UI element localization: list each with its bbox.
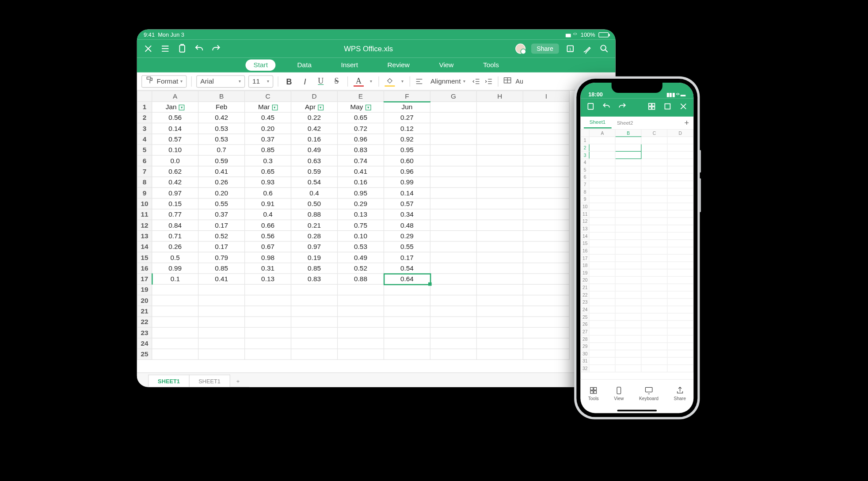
phone-cell[interactable] [590, 321, 616, 328]
phone-cell[interactable] [615, 365, 641, 372]
cell[interactable]: 0.84 [152, 220, 198, 230]
phone-cell[interactable] [590, 195, 616, 203]
cell[interactable]: 0.29 [384, 231, 430, 241]
phone-row-header[interactable]: 19 [581, 269, 590, 277]
phone-cell[interactable] [590, 365, 616, 372]
cell[interactable] [152, 284, 198, 295]
cell[interactable]: 0.52 [338, 263, 384, 274]
cell[interactable]: Apr [291, 102, 338, 112]
ribbon-tab-start[interactable]: Start [246, 59, 276, 71]
cell[interactable] [291, 338, 338, 349]
cell[interactable]: 0.55 [198, 199, 245, 209]
phone-close-button[interactable] [679, 102, 688, 113]
row-header[interactable]: 22 [137, 317, 152, 327]
phone-cell[interactable] [641, 262, 667, 269]
phone-cell[interactable] [590, 173, 616, 181]
cell[interactable]: 0.65 [338, 112, 384, 123]
phone-row-header[interactable]: 1 [581, 137, 590, 144]
row-header[interactable]: 3 [137, 123, 152, 134]
cell[interactable]: 0.13 [245, 274, 291, 284]
format-dropdown[interactable]: Format▾ [141, 75, 187, 88]
cell[interactable] [476, 145, 523, 155]
phone-cell[interactable] [615, 240, 641, 247]
phone-row-header[interactable]: 8 [581, 188, 590, 196]
cell[interactable]: 0.1 [152, 274, 198, 284]
phone-cell[interactable] [667, 298, 693, 306]
cell[interactable]: 0.54 [384, 263, 430, 274]
cell[interactable] [523, 295, 569, 306]
row-header[interactable]: 14 [137, 241, 152, 252]
phone-cell[interactable] [615, 166, 641, 174]
cell[interactable]: 0.91 [245, 199, 291, 209]
phone-row-header[interactable]: 7 [581, 181, 590, 188]
phone-cell[interactable] [615, 276, 641, 284]
phone-cell[interactable] [615, 350, 641, 358]
phone-cell[interactable] [641, 291, 667, 299]
phone-cell[interactable] [641, 166, 667, 174]
cell[interactable] [338, 317, 384, 327]
phone-cell[interactable] [641, 357, 667, 365]
cell[interactable] [476, 274, 523, 284]
phone-cell[interactable] [615, 298, 641, 306]
phone-cell[interactable] [641, 225, 667, 233]
phone-row-header[interactable]: 12 [581, 218, 590, 225]
cell[interactable]: 0.20 [245, 123, 291, 134]
cell[interactable] [476, 252, 523, 263]
phone-cell[interactable] [615, 151, 641, 159]
phone-cell[interactable] [590, 247, 616, 255]
cell[interactable] [523, 145, 569, 155]
phone-cell[interactable] [615, 188, 641, 196]
cell[interactable] [430, 274, 476, 284]
cell[interactable]: 0.88 [338, 274, 384, 284]
phone-save-button[interactable] [586, 102, 595, 113]
phone-cell[interactable] [667, 262, 693, 269]
phone-cell[interactable] [641, 188, 667, 196]
cell[interactable] [384, 284, 430, 295]
phone-view-button[interactable]: View [614, 386, 624, 401]
col-header[interactable]: C [245, 91, 291, 101]
cell[interactable]: 0.41 [338, 166, 384, 177]
phone-cell[interactable] [641, 240, 667, 247]
phone-row-header[interactable]: 18 [581, 262, 590, 269]
phone-cell[interactable] [615, 269, 641, 277]
cell[interactable] [430, 263, 476, 274]
user-avatar[interactable] [515, 44, 525, 54]
cell[interactable]: 0.53 [198, 134, 245, 145]
cell[interactable] [476, 241, 523, 252]
phone-row-header[interactable]: 26 [581, 321, 590, 328]
outdent-button[interactable] [472, 76, 481, 85]
cell[interactable]: 0.59 [291, 166, 338, 177]
phone-cell[interactable] [667, 343, 693, 350]
phone-cell[interactable] [641, 313, 667, 321]
phone-cell[interactable] [641, 298, 667, 306]
phone-cell[interactable] [641, 203, 667, 210]
row-header[interactable]: 6 [137, 155, 152, 166]
cell[interactable] [523, 199, 569, 209]
ribbon-tab-tools[interactable]: Tools [475, 59, 507, 71]
clipboard-button[interactable] [176, 43, 188, 54]
cell[interactable]: 0.88 [291, 209, 338, 220]
cell[interactable] [476, 102, 523, 112]
cell[interactable] [430, 166, 476, 177]
phone-row-header[interactable]: 28 [581, 335, 590, 343]
phone-cell[interactable] [667, 357, 693, 365]
filter-icon[interactable] [179, 105, 185, 111]
phone-cell[interactable] [615, 203, 641, 210]
cell[interactable]: 0.60 [384, 155, 430, 166]
row-header[interactable]: 20 [137, 295, 152, 306]
col-header[interactable]: G [430, 91, 476, 101]
cell[interactable] [523, 209, 569, 220]
phone-cell[interactable] [641, 195, 667, 203]
phone-row-header[interactable]: 24 [581, 306, 590, 313]
phone-cell[interactable] [615, 210, 641, 218]
phone-cell[interactable] [641, 343, 667, 350]
phone-undo-button[interactable] [602, 102, 611, 113]
cell[interactable] [476, 187, 523, 198]
phone-row-header[interactable]: 25 [581, 313, 590, 321]
cell[interactable]: 0.21 [291, 220, 338, 230]
phone-cell[interactable] [641, 350, 667, 358]
cell[interactable] [384, 295, 430, 306]
cell[interactable] [430, 187, 476, 198]
row-header[interactable]: 23 [137, 327, 152, 338]
phone-cell[interactable] [615, 232, 641, 240]
